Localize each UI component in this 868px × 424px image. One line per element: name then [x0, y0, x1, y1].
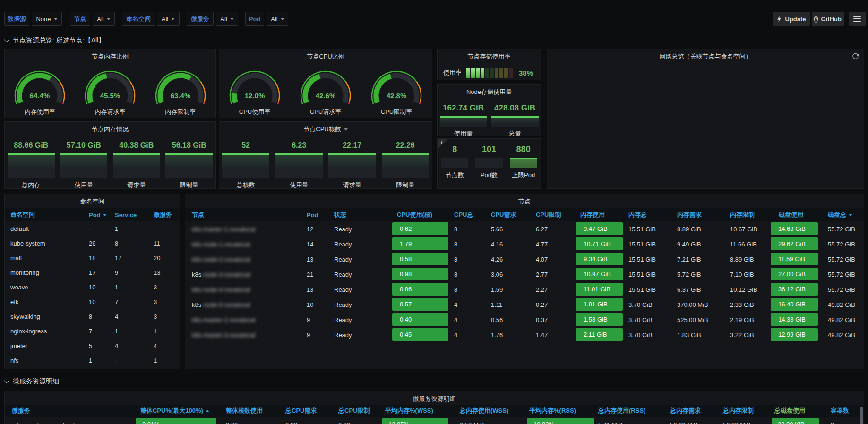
update-button[interactable]: Update — [773, 12, 810, 26]
panel-node-storage-amount: Node存储使用量 162.74 GiB使用量428.08 GiB总量 — [437, 84, 541, 136]
cell: 4.07 — [536, 252, 548, 267]
stat-value: 52 — [241, 139, 250, 152]
stat-value: 6.23 — [292, 139, 306, 152]
panel-node-storage-percent: 节点存储使用率 使用率 38% — [437, 49, 541, 80]
panel-title[interactable]: 节点内存情况 — [5, 124, 215, 135]
info-icon[interactable]: i — [441, 140, 442, 145]
cell: 525.00 MiB — [677, 312, 708, 327]
cell: 6.27 — [536, 221, 548, 237]
gauge-label: 内存请求率 — [95, 108, 126, 116]
colored-cell: 2.11 GiB — [576, 328, 623, 341]
cell: 55.72 GiB — [828, 267, 855, 282]
colored-cell: 0.98 — [392, 268, 448, 280]
cell: Ready — [334, 297, 352, 312]
panel-title[interactable]: 节点内存比例 — [5, 51, 215, 62]
colored-cell: 0.86 — [392, 283, 448, 296]
svg-text:12.0%: 12.0% — [245, 92, 265, 100]
variable-select-5[interactable]: All — [267, 12, 288, 26]
svg-text:64.4%: 64.4% — [30, 92, 50, 100]
cell: - — [115, 353, 117, 368]
row-header-node-overview[interactable]: 节点资源总览: 所选节点:【All】 — [5, 36, 105, 45]
gauge-arc: 42.6% — [296, 68, 355, 107]
variable-label-4[interactable]: 微服务 — [187, 12, 214, 26]
row-header-microservice-detail[interactable]: 微服务资源明细 — [5, 377, 59, 386]
svg-text:63.4%: 63.4% — [170, 92, 190, 100]
cell: 2.27 — [536, 282, 548, 297]
colored-cell: 0.01% — [136, 418, 216, 424]
stat-value: 40.38 GiB — [119, 139, 154, 152]
colored-cell: 11.59 GiB — [771, 253, 818, 265]
variable-select-1[interactable]: None — [32, 12, 62, 26]
cell: 10 — [89, 280, 95, 295]
stat-请求量: 22.17请求量 — [328, 139, 376, 189]
cell: 5 — [89, 339, 92, 353]
panel-title[interactable]: 网络总览（关联节点与命名空间） — [547, 51, 864, 62]
stat-label: 总核数 — [237, 181, 255, 189]
panel-title[interactable]: 节点存储使用率 — [438, 51, 541, 62]
stat-value: 88.66 GiB — [14, 139, 48, 152]
refresh-icon[interactable] — [852, 53, 859, 60]
stat-sparkline-bar — [441, 158, 468, 168]
table-row: skywalking843 — [5, 309, 180, 324]
stat-使用量: 57.10 GiB使用量 — [60, 139, 107, 189]
panel-title-text: 节点CPU核数 — [303, 124, 341, 135]
chevron-down-icon — [171, 18, 175, 20]
cell: 0.00 — [226, 417, 238, 424]
variable-label-1[interactable]: 数据源 — [4, 12, 29, 26]
gauge-arc: 12.0% — [225, 68, 284, 107]
panel-microservice-table: 微服务资源明细 微服务整体CPU%(最大100%)整体核数使用总CPU需求总CP… — [4, 391, 864, 424]
cell: skywalking — [10, 309, 40, 324]
colored-cell: 13.05% — [382, 418, 448, 424]
cell: 7 — [89, 324, 92, 339]
update-label: Update — [785, 16, 806, 23]
stat-value: 22.17 — [343, 139, 361, 152]
colored-cell: 16.40 GiB — [771, 298, 818, 311]
variable-select-2[interactable]: All — [93, 12, 115, 26]
stat-value: 8 — [452, 143, 457, 156]
lcd-cell-6 — [490, 68, 494, 78]
panel-title[interactable]: Node存储使用量 — [438, 87, 541, 97]
gauge-CPU使用率: 12.0%CPU使用率 — [219, 68, 290, 116]
table-row: mall181720 — [5, 251, 180, 265]
github-label: GitHub — [821, 16, 842, 23]
cell: 50.00 MiB — [723, 417, 751, 424]
cell: default — [10, 221, 29, 236]
cell: 15.51 GiB — [628, 267, 656, 282]
cell: 8.89 GiB — [677, 221, 701, 237]
lcd-cell-7 — [495, 68, 498, 78]
variable-select-4[interactable]: All — [216, 12, 238, 26]
cell: 1.47 — [536, 327, 548, 342]
github-button[interactable]: ? GitHub — [812, 12, 844, 26]
cell: 6.37 GiB — [677, 282, 701, 297]
cell: 13 — [154, 265, 160, 280]
panel-node-cpu-cores: 节点CPU核数 52总核数6.23使用量22.17请求量22.26限制量 — [219, 121, 432, 189]
svg-text:42.6%: 42.6% — [316, 92, 336, 100]
panel-title[interactable]: 节点CPU比例 — [219, 51, 432, 62]
cell: 4.16 — [491, 237, 503, 252]
cell: 18 — [89, 251, 95, 265]
colored-cell: 0.62 — [392, 222, 448, 235]
menu-button[interactable] — [849, 12, 866, 26]
lcd-cell-4 — [481, 68, 484, 78]
cell: 55.72 GiB — [828, 221, 855, 237]
stat-label: 使用量 — [290, 181, 308, 189]
stat-sparkline-bar — [8, 153, 55, 178]
stat-sparkline-bar — [382, 153, 429, 178]
cell: 15.51 GiB — [628, 282, 656, 297]
cell: - — [154, 221, 155, 236]
variable-label-3[interactable]: 命名空间 — [122, 12, 155, 26]
variable-label-5[interactable]: Pod — [245, 12, 264, 26]
panel-node-memory-info: 节点内存情况 88.66 GiB总内存57.10 GiB使用量40.38 GiB… — [4, 121, 216, 189]
panel-title[interactable]: 节点CPU核数 — [219, 124, 432, 135]
vertical-scrollbar[interactable] — [860, 407, 863, 424]
chevron-down-icon — [344, 128, 348, 131]
variable-label-2[interactable]: 节点 — [70, 12, 90, 26]
colored-cell: 0.58 — [392, 253, 448, 265]
chevron-down-icon — [281, 18, 284, 20]
cell: 15.51 GiB — [628, 252, 656, 267]
colored-cell: 14.68 GiB — [771, 222, 818, 235]
variable-select-3[interactable]: All — [157, 12, 180, 26]
table-row: monitoring17913 — [5, 265, 180, 280]
cell: 9 — [307, 327, 310, 342]
cell: 1 — [115, 280, 118, 295]
